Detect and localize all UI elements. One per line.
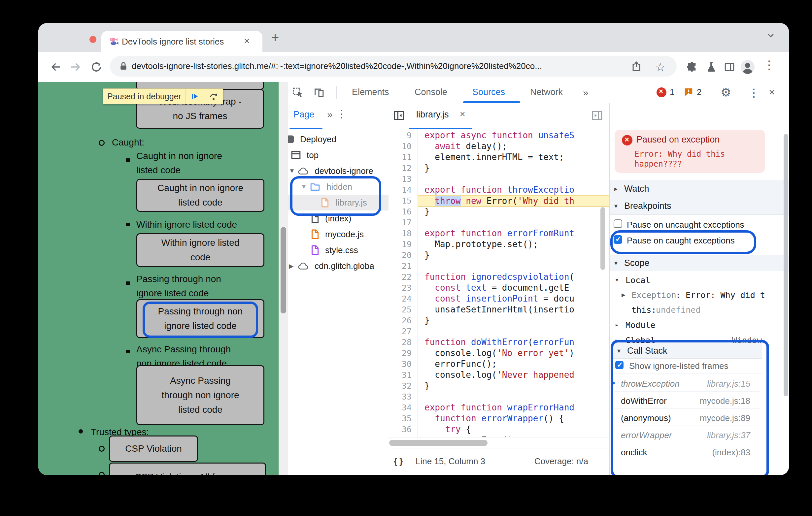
url-text[interactable]: devtools-ignore-list-stories.glitch.me/#…	[132, 61, 647, 71]
line-number[interactable]: 20	[402, 250, 412, 261]
omnibox[interactable]: devtools-ignore-list-stories.glitch.me/#…	[110, 56, 677, 77]
tree-item-devtools-ignore[interactable]: ▼ devtools-ignore	[288, 163, 388, 179]
navigator-tab-page[interactable]: Page	[293, 110, 314, 120]
page-scrollbar-thumb[interactable]	[281, 227, 286, 313]
inspect-element-icon[interactable]	[292, 87, 303, 98]
line-number[interactable]: 24	[402, 293, 412, 304]
browser-menu-dots-icon[interactable]: ⋮	[763, 58, 775, 72]
page-scrollbar[interactable]	[279, 82, 288, 475]
flask-icon[interactable]	[706, 61, 717, 72]
async-passing-button[interactable]: Async Passing through non ignore listed …	[136, 365, 264, 425]
pause-caught-row[interactable]: Pause on caught exceptions	[610, 233, 789, 248]
editor-vscrollbar-thumb[interactable]	[601, 207, 605, 270]
settings-gear-icon[interactable]: ⚙	[721, 86, 731, 99]
tree-item-stylecss[interactable]: style.css	[288, 242, 388, 258]
line-number[interactable]: 16	[402, 206, 412, 217]
tree-item-libraryjs[interactable]: library.js	[288, 195, 388, 211]
expand-arrow-icon[interactable]: ▼	[289, 167, 295, 175]
share-icon[interactable]	[631, 61, 642, 72]
editor-tab-close-icon[interactable]: ×	[460, 109, 465, 119]
scope-this-row[interactable]: this: undefined	[610, 303, 789, 318]
tree-item-top[interactable]: top	[288, 147, 388, 163]
line-number[interactable]: 22	[402, 272, 412, 282]
line-number[interactable]: 19	[402, 239, 412, 250]
tree-item-hidden-folder[interactable]: ▼ hidden	[288, 179, 388, 195]
watch-section-header[interactable]: ▸ Watch	[610, 180, 789, 198]
errors-badge-icon[interactable]: ×	[657, 87, 666, 97]
profile-avatar[interactable]	[740, 59, 755, 74]
pause-uncaught-checkbox[interactable]	[614, 219, 622, 228]
line-number[interactable]: 15	[402, 195, 412, 206]
line-number[interactable]: 21	[402, 261, 412, 272]
sidepanel-icon[interactable]	[724, 61, 735, 72]
line-number[interactable]: 23	[402, 282, 412, 293]
tab-console[interactable]: Console	[414, 87, 447, 97]
expand-sidebar-icon[interactable]	[591, 110, 603, 121]
expand-arrow-icon[interactable]: ▼	[301, 183, 307, 190]
line-number[interactable]: 34	[402, 402, 412, 413]
tab-elements[interactable]: Elements	[352, 87, 389, 97]
navigator-menu-dots-icon[interactable]: ⋮	[336, 108, 347, 120]
line-number[interactable]: 26	[402, 315, 412, 326]
forward-icon[interactable]	[69, 61, 81, 73]
line-number[interactable]: 9	[407, 130, 412, 141]
editor-tab-libraryjs[interactable]: library.js	[416, 110, 449, 120]
scope-section-header[interactable]: ▾ Scope	[610, 255, 789, 271]
banner-step-over-icon[interactable]	[204, 89, 223, 104]
bookmark-star-icon[interactable]: ☆	[655, 60, 665, 73]
line-number[interactable]: 31	[402, 369, 412, 381]
tree-item-deployed[interactable]: Deployed	[288, 131, 388, 147]
navigator-more-chevrons-icon[interactable]: »	[327, 109, 333, 120]
frame-dowitherror[interactable]: doWithError mycode.js:18	[614, 393, 759, 409]
line-number[interactable]: 27	[402, 326, 412, 337]
show-ignore-listed-checkbox[interactable]	[615, 361, 624, 369]
line-number[interactable]: 33	[402, 391, 412, 402]
editor-hscrollbar[interactable]	[388, 437, 609, 448]
line-number[interactable]: 29	[402, 348, 412, 359]
tree-item-index[interactable]: (index)	[288, 211, 388, 226]
tab-close-icon[interactable]: ×	[244, 35, 250, 47]
line-number[interactable]: 11	[402, 152, 412, 163]
tab-sources[interactable]: Sources	[472, 87, 505, 97]
pretty-print-braces-icon[interactable]: { }	[394, 456, 403, 466]
line-number[interactable]: 37	[402, 435, 412, 437]
frame-onclick[interactable]: onclick (index):83	[614, 444, 759, 460]
line-number[interactable]: 17	[402, 217, 412, 228]
more-tabs-chevrons-icon[interactable]: »	[583, 87, 588, 98]
scope-exception-row[interactable]: ▶ Exception : Error: Why did t	[610, 288, 789, 303]
reload-icon[interactable]	[90, 61, 102, 73]
pause-uncaught-row[interactable]: Pause on uncaught exceptions	[610, 217, 789, 232]
line-number[interactable]: 28	[402, 337, 412, 348]
editor-hscrollbar-thumb[interactable]	[389, 440, 488, 446]
line-number[interactable]: 12	[402, 163, 412, 174]
frame-throwexception[interactable]: throwException library.js:15	[614, 375, 759, 392]
line-number[interactable]: 30	[402, 359, 412, 369]
scope-local-row[interactable]: ▾ Local	[610, 273, 789, 288]
devtools-close-icon[interactable]: ×	[769, 86, 775, 98]
line-number[interactable]: 13	[402, 174, 412, 184]
line-number[interactable]: 25	[402, 304, 412, 315]
device-toolbar-icon[interactable]	[313, 87, 324, 98]
code-editor[interactable]: export async function unsafeS await dela…	[418, 129, 609, 437]
call-stack-section-header[interactable]: ▾ Call Stack	[613, 343, 762, 359]
frame-errorwrapper[interactable]: errorWrapper library.js:37	[614, 427, 759, 443]
line-number[interactable]: 32	[402, 381, 412, 391]
csp-violation-button[interactable]: CSP Violation	[109, 435, 198, 462]
extensions-puzzle-icon[interactable]	[686, 61, 697, 72]
line-number[interactable]: 14	[402, 184, 412, 195]
frame-anonymous[interactable]: (anonymous) mycode.js:89	[614, 410, 759, 426]
new-tab-button[interactable]: +	[271, 30, 279, 45]
sidebar-scrollbar-thumb[interactable]	[784, 134, 788, 396]
tree-item-cdn-glitch[interactable]: ▶ cdn.glitch.globa	[288, 258, 388, 274]
line-number[interactable]: 35	[402, 413, 412, 424]
tab-network[interactable]: Network	[530, 87, 563, 97]
tab-search-chevron-icon[interactable]	[766, 31, 775, 39]
breakpoints-section-header[interactable]: ▾ Breakpoints	[610, 197, 789, 215]
banner-resume-icon[interactable]	[185, 89, 204, 104]
browser-tab[interactable]: DevTools ignore list stories ×	[102, 31, 262, 52]
scope-module-row[interactable]: ▸ Module	[610, 318, 789, 333]
within-button[interactable]: Within ignore listed code	[136, 233, 264, 267]
issues-badge-icon[interactable]	[684, 87, 694, 97]
csp-violation-all-frames-button[interactable]: CSP Violation - All frames	[109, 462, 266, 475]
line-number[interactable]: 10	[402, 141, 412, 152]
